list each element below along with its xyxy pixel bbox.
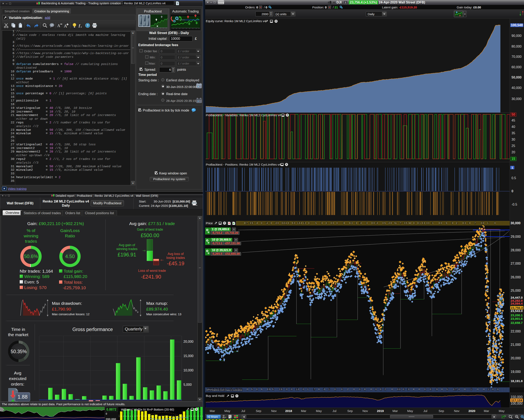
svg-text:?: ? (177, 2, 178, 5)
svg-text:x: x (80, 26, 82, 28)
svg-text:?: ? (87, 24, 88, 27)
svg-text:f: f (79, 23, 80, 28)
svg-text:A: A (57, 23, 60, 28)
svg-text://: // (51, 24, 53, 26)
